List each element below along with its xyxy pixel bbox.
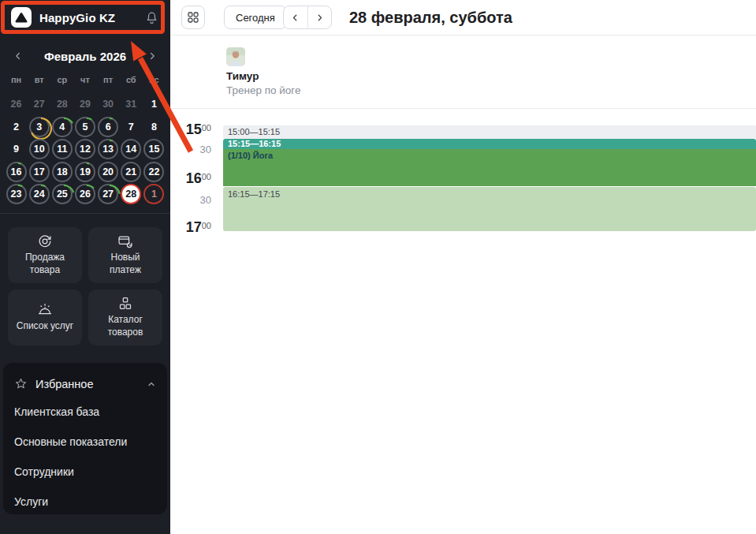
calendar-day[interactable]: 7	[121, 117, 141, 137]
day-number: 28	[125, 189, 136, 200]
calendar-day[interactable]: 23	[6, 184, 27, 204]
company-menu[interactable]: HappyGio KZ	[0, 0, 170, 35]
slot-1500-1515[interactable]: 15:00—15:15	[223, 125, 756, 139]
quick-action-payment[interactable]: Новый платеж	[88, 227, 162, 283]
weekday-label: вт	[35, 75, 44, 84]
calendar-day[interactable]: 3	[29, 117, 50, 137]
time-label-1530: 30	[170, 144, 211, 155]
catalog-icon	[117, 296, 133, 312]
today-button[interactable]: Сегодня	[224, 6, 287, 29]
day-number: 18	[57, 166, 68, 177]
day-number: 19	[80, 166, 91, 177]
quick-action-sale[interactable]: Продажа товара	[8, 227, 82, 283]
prev-day-button[interactable]	[284, 6, 308, 28]
calendar-day[interactable]: 10	[29, 139, 50, 159]
sidebar-divider	[0, 213, 170, 214]
notifications-bell-icon[interactable]	[144, 10, 159, 25]
day-number: 6	[106, 121, 111, 133]
calendar-day: 31	[121, 94, 141, 114]
staff-column-header[interactable]: Тимур Тренер по йоге	[170, 35, 756, 109]
calendar-day[interactable]: 13	[98, 139, 118, 159]
calendar-day[interactable]: 1	[143, 94, 164, 114]
calendar-day: 29	[75, 94, 95, 114]
day-number: 17	[34, 166, 45, 177]
calendar-day[interactable]: 14	[121, 139, 141, 159]
day-number: 21	[125, 166, 136, 177]
favorites-title: Избранное	[35, 378, 139, 390]
quick-action-catalog[interactable]: Каталог товаров	[88, 289, 162, 345]
day-number: 29	[80, 99, 91, 110]
quick-action-services[interactable]: Список услуг	[8, 289, 82, 345]
tile-label: Каталог товаров	[96, 314, 155, 338]
calendar-day[interactable]: 28	[121, 184, 141, 204]
calendar-day[interactable]: 20	[98, 162, 118, 182]
calendar-day[interactable]: 16	[6, 162, 27, 182]
booking-time-strip[interactable]: 15:15—16:15	[223, 139, 756, 149]
next-day-button[interactable]	[308, 6, 332, 28]
calendar-day[interactable]: 22	[143, 162, 164, 182]
day-number: 28	[57, 99, 68, 110]
day-number: 16	[11, 166, 22, 177]
calendar-day[interactable]: 11	[52, 139, 73, 159]
calendar-day: 26	[6, 94, 27, 114]
view-grid-button[interactable]	[181, 6, 205, 29]
brand-logo-icon	[11, 7, 32, 28]
calendar-day[interactable]: 24	[29, 184, 50, 204]
favorites-item[interactable]: Клиентская база	[14, 397, 156, 427]
calendar-day[interactable]: 9	[6, 139, 27, 159]
chevron-up-icon	[147, 379, 156, 389]
day-number: 27	[102, 189, 114, 200]
date-title: 28 февраля, суббота	[349, 0, 512, 35]
favorites-item[interactable]: Основные показатели	[14, 427, 156, 457]
day-number: 20	[102, 166, 114, 177]
day-number: 11	[57, 144, 67, 155]
day-number: 7	[128, 121, 134, 133]
tile-label: Список услуг	[17, 320, 74, 333]
day-number: 31	[125, 99, 136, 110]
calendar-day[interactable]: 15	[143, 139, 164, 159]
time-label-1630: 30	[170, 194, 211, 206]
calendar-day[interactable]: 19	[75, 162, 95, 182]
calendar-grid: 2627282930311234567891011121314151617181…	[5, 93, 166, 206]
favorites-item[interactable]: Услуги	[14, 487, 156, 517]
favorites-header[interactable]: Избранное	[14, 377, 156, 390]
calendar-day[interactable]: 25	[52, 184, 73, 204]
calendar-day[interactable]: 5	[75, 117, 95, 137]
calendar-day[interactable]: 2	[6, 117, 27, 137]
day-number: 1	[151, 189, 157, 200]
calendar-day[interactable]: 27	[98, 184, 118, 204]
day-number: 12	[80, 144, 91, 155]
staff-name: Тимур	[226, 70, 259, 82]
time-label-1600: 1600	[170, 171, 211, 185]
calendar-day: 30	[98, 94, 118, 114]
calendar-day[interactable]: 12	[75, 139, 95, 159]
calendar-day[interactable]: 8	[143, 117, 164, 137]
slot-1615-1715[interactable]: 16:15—17:15	[223, 187, 756, 231]
topbar: Сегодня 28 февраля, суббота	[170, 0, 756, 35]
calendar-day[interactable]: 6	[98, 117, 118, 137]
timeline: 1500 30 1600 30 1700 15:00—15:15 15:15—1…	[170, 109, 756, 534]
calendar-day[interactable]: 17	[29, 162, 50, 182]
calendar-day[interactable]: 21	[121, 162, 141, 182]
sidebar: HappyGio KZ Февраль 2026 пнвтсрчтптсбвс …	[0, 0, 170, 534]
weekday-label: пт	[103, 75, 113, 84]
calendar-day[interactable]: 26	[75, 184, 95, 204]
calendar-day[interactable]: 1	[143, 184, 164, 204]
star-icon	[14, 377, 28, 390]
booking-yoga[interactable]: (1/10) Йога	[223, 149, 756, 186]
calendar-day[interactable]: 4	[52, 117, 73, 137]
day-number: 5	[83, 121, 88, 133]
day-number: 26	[80, 189, 91, 200]
next-month-icon[interactable]	[147, 50, 158, 62]
services-icon	[37, 302, 53, 318]
quick-action-tiles: Продажа товараНовый платежСписок услугКа…	[8, 227, 162, 345]
prev-month-icon[interactable]	[13, 50, 24, 62]
day-number: 8	[151, 121, 157, 133]
payment-icon	[117, 233, 133, 249]
calendar-month-title: Февраль 2026	[24, 50, 147, 63]
day-number: 15	[148, 144, 159, 155]
day-number: 30	[102, 99, 114, 110]
calendar-day[interactable]: 18	[52, 162, 73, 182]
favorites-item[interactable]: Сотрудники	[14, 457, 156, 487]
day-number: 22	[148, 166, 159, 177]
